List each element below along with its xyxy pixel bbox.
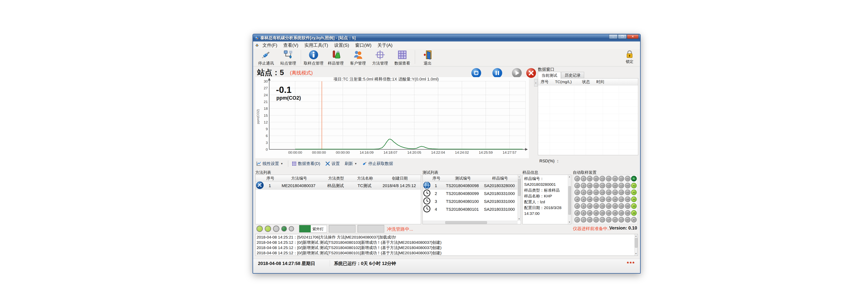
vial-position-I5[interactable]: I5 bbox=[581, 203, 586, 209]
scroll-down-icon[interactable]: ▼ bbox=[568, 221, 571, 224]
vial-position-B1[interactable]: B1 bbox=[625, 176, 630, 181]
abort-run-button[interactable] bbox=[526, 68, 536, 78]
vial-position-A1[interactable]: A1 bbox=[631, 176, 637, 181]
vial-position-B7[interactable]: B7 bbox=[625, 217, 630, 223]
vial-position-A3[interactable]: A3 bbox=[631, 190, 637, 195]
table-row[interactable]: 4TS201804080101SA201803310002 bbox=[423, 205, 521, 213]
vial-position-A7[interactable]: A7 bbox=[631, 217, 637, 223]
vial-position-G2[interactable]: G2 bbox=[593, 183, 599, 189]
toolbar-button-5[interactable]: 客户管理 bbox=[347, 49, 369, 66]
vial-position-J1[interactable]: J1 bbox=[575, 176, 580, 181]
vial-position-I2[interactable]: I2 bbox=[581, 183, 586, 189]
vial-position-F5[interactable]: F5 bbox=[599, 203, 605, 209]
close-button[interactable]: ✕ bbox=[627, 34, 639, 39]
test-list-vscrollbar[interactable]: ▲▼ bbox=[518, 175, 521, 221]
vial-position-D6[interactable]: D6 bbox=[612, 210, 618, 216]
vial-position-G1[interactable]: G1 bbox=[593, 176, 599, 181]
stop-run-button[interactable] bbox=[471, 68, 482, 78]
vial-position-F7[interactable]: F7 bbox=[599, 217, 605, 223]
vial-position-F3[interactable]: F3 bbox=[599, 190, 605, 195]
vial-position-E3[interactable]: E3 bbox=[606, 190, 612, 195]
vial-position-E2[interactable]: E2 bbox=[606, 183, 612, 189]
tab-history[interactable]: 历史记录 bbox=[561, 72, 584, 78]
toolbar-button-3[interactable]: 取样点管理 bbox=[303, 49, 324, 66]
vial-position-B6[interactable]: B6 bbox=[625, 210, 630, 216]
signal-chart[interactable]: 03691215182124273000:00:0000:00:0000:00:… bbox=[255, 77, 529, 158]
table-row[interactable]: 2TS201804080099SA201803310000 bbox=[423, 190, 521, 198]
vial-position-B3[interactable]: B3 bbox=[625, 190, 630, 195]
maximize-button[interactable]: ❐ bbox=[618, 34, 627, 39]
scroll-up-icon[interactable]: ▲ bbox=[568, 175, 571, 178]
vial-position-G7[interactable]: G7 bbox=[593, 217, 599, 223]
table-row[interactable]: 3TS201804080100SA201803310001 bbox=[423, 198, 521, 205]
test-list-table[interactable]: 序号测试编号样品编号1TS201804080098SA2018032800012… bbox=[423, 175, 521, 224]
log-scrollbar[interactable]: ▲ ▼ bbox=[634, 234, 638, 256]
collapse-panel-button[interactable]: ‹ bbox=[534, 79, 537, 87]
vial-position-F4[interactable]: F4 bbox=[599, 197, 605, 202]
vial-position-J4[interactable]: J4 bbox=[575, 197, 580, 202]
vial-position-C5[interactable]: C5 bbox=[619, 203, 624, 209]
sample-info-scrollbar[interactable]: ▲ ▼ bbox=[568, 175, 571, 224]
tab-current-test[interactable]: 当前测试 bbox=[538, 72, 561, 79]
vial-position-H6[interactable]: H6 bbox=[587, 210, 593, 216]
toolbar-button-7[interactable]: 数据查看 bbox=[391, 49, 413, 66]
toolbar-button-4[interactable]: 样品管理 bbox=[324, 49, 347, 66]
vial-position-A4[interactable]: A4 bbox=[631, 197, 637, 202]
start-run-button[interactable] bbox=[512, 68, 522, 78]
vial-position-B5[interactable]: B5 bbox=[625, 203, 630, 209]
vial-position-J5[interactable]: J5 bbox=[575, 203, 580, 209]
vial-position-D5[interactable]: D5 bbox=[612, 203, 618, 209]
vial-position-D1[interactable]: D1 bbox=[612, 176, 618, 181]
vial-position-C7[interactable]: C7 bbox=[619, 217, 624, 223]
vial-position-E6[interactable]: E6 bbox=[606, 210, 612, 216]
data-window-table[interactable]: 序号TC(mg/L)状态时间 bbox=[538, 78, 638, 155]
vial-position-E5[interactable]: E5 bbox=[606, 203, 612, 209]
vial-position-D7[interactable]: D7 bbox=[612, 217, 618, 223]
menu-item-2[interactable]: 查看(V) bbox=[280, 42, 301, 48]
title-bar[interactable]: 泰林总有机碳分析系统软件[zy,byh,照例] - [站点：5] – ❐ ✕ bbox=[253, 34, 640, 41]
test-list-hscrollbar[interactable] bbox=[423, 221, 518, 224]
vial-position-A5[interactable]: A5 bbox=[631, 203, 637, 209]
menu-item-1[interactable]: 文件(F) bbox=[259, 42, 280, 48]
toolbar-button-6[interactable]: 方法管理 bbox=[369, 49, 391, 66]
vial-position-J6[interactable]: J6 bbox=[575, 210, 580, 216]
chart-toolbar-item-1[interactable]: 线性设置▼ bbox=[256, 161, 283, 166]
vial-position-H7[interactable]: H7 bbox=[587, 217, 593, 223]
vial-position-C2[interactable]: C2 bbox=[619, 183, 624, 189]
vial-position-C6[interactable]: C6 bbox=[619, 210, 624, 216]
chart-toolbar-item-4[interactable]: 刷新▼ bbox=[345, 161, 357, 166]
minimize-button[interactable]: – bbox=[609, 34, 618, 39]
vial-position-H2[interactable]: H2 bbox=[587, 183, 593, 189]
vial-position-I7[interactable]: I7 bbox=[581, 217, 586, 223]
toolbar-button-2[interactable]: 站点管理 bbox=[277, 49, 299, 66]
vial-position-I6[interactable]: I6 bbox=[581, 210, 586, 216]
vial-position-F1[interactable]: F1 bbox=[599, 176, 605, 181]
vial-position-B4[interactable]: B4 bbox=[625, 197, 630, 202]
vial-position-E4[interactable]: E4 bbox=[606, 197, 612, 202]
menu-item-6[interactable]: 关于(A) bbox=[374, 42, 396, 48]
vial-position-H4[interactable]: H4 bbox=[587, 197, 593, 202]
vial-position-G5[interactable]: G5 bbox=[593, 203, 599, 209]
vial-position-I3[interactable]: I3 bbox=[581, 190, 586, 195]
menu-item-4[interactable]: 设置(S) bbox=[331, 42, 352, 48]
vial-position-J7[interactable]: J7 bbox=[575, 217, 580, 223]
scroll-up-icon[interactable]: ▲ bbox=[634, 235, 638, 238]
chart-toolbar-item-5[interactable]: 停止获取数据 bbox=[362, 161, 393, 166]
uv-lamp-indicator[interactable]: 紫外灯 bbox=[299, 225, 327, 233]
vial-position-G3[interactable]: G3 bbox=[593, 190, 599, 195]
vial-position-E1[interactable]: E1 bbox=[606, 176, 612, 181]
menu-item-3[interactable]: 实用工具(T) bbox=[301, 42, 331, 48]
vial-position-H3[interactable]: H3 bbox=[587, 190, 593, 195]
chart-toolbar-item-2[interactable]: 数据查看(D) bbox=[291, 161, 320, 166]
vial-position-C3[interactable]: C3 bbox=[619, 190, 624, 195]
vial-position-J2[interactable]: J2 bbox=[575, 183, 580, 189]
vial-position-C4[interactable]: C4 bbox=[619, 197, 624, 202]
lock-button[interactable]: 锁定 bbox=[622, 49, 638, 66]
menu-item-5[interactable]: 窗口(W) bbox=[352, 42, 374, 48]
toolbar-button-1[interactable]: 停止通讯 bbox=[255, 49, 277, 66]
vial-position-E7[interactable]: E7 bbox=[606, 217, 612, 223]
vial-position-F2[interactable]: F2 bbox=[599, 183, 605, 189]
method-list-table[interactable]: 序号方法编号方法类型方法名称创建日期1ME201804080037样品测试TC测… bbox=[255, 175, 421, 224]
toolbar-button-8[interactable]: 退出 bbox=[416, 49, 439, 66]
vial-position-G6[interactable]: G6 bbox=[593, 210, 599, 216]
